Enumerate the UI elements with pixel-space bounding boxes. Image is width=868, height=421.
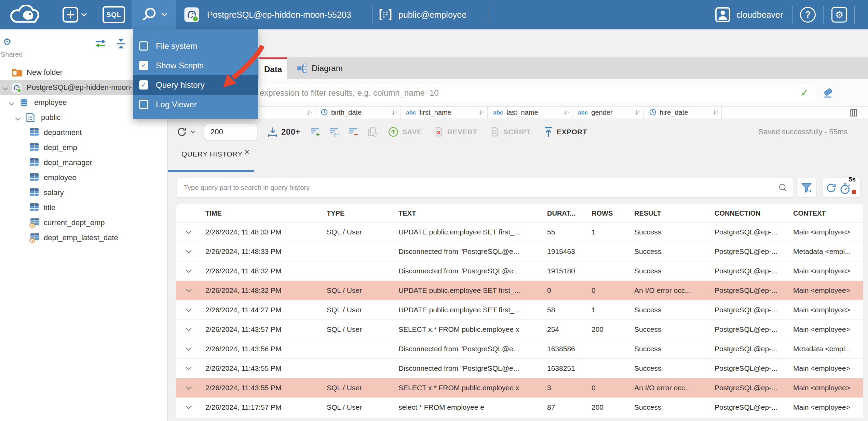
cell-result: Success bbox=[634, 306, 715, 314]
history-column-context[interactable]: CONTEXT bbox=[793, 209, 863, 217]
menu-item-file-system[interactable]: ✓ File system bbox=[133, 36, 258, 56]
history-column-type[interactable]: TYPE bbox=[327, 209, 398, 217]
settings-button[interactable]: ⚙ bbox=[831, 0, 847, 29]
checkbox[interactable]: ✓ bbox=[139, 80, 148, 90]
expand-chevron-icon[interactable] bbox=[176, 230, 205, 234]
sort-icon[interactable]: A bbox=[713, 110, 719, 117]
filter-expression-input[interactable] bbox=[178, 84, 793, 102]
tree-item-dept-emp[interactable]: dept_emp bbox=[0, 140, 167, 155]
history-row[interactable]: 2/26/2024, 11:43:55 PM Disconnected from… bbox=[176, 359, 863, 378]
grid-column-hire-date[interactable]: hire_date A bbox=[643, 107, 722, 119]
chevron-down-icon[interactable] bbox=[15, 116, 21, 122]
tree-item-department[interactable]: department bbox=[0, 125, 167, 140]
tree-item-dept-manager[interactable]: dept_manager bbox=[0, 155, 167, 170]
expand-chevron-icon[interactable] bbox=[176, 405, 205, 409]
history-row[interactable]: 2/26/2024, 11:43:57 PM SQL / User SELECT… bbox=[176, 320, 863, 339]
tab-data[interactable]: Data bbox=[259, 57, 287, 79]
history-row[interactable]: 2/26/2024, 11:48:33 PM Disconnected from… bbox=[176, 242, 863, 261]
expand-chevron-icon[interactable] bbox=[176, 249, 205, 254]
revert-selected-icon bbox=[367, 127, 378, 137]
expand-chevron-icon[interactable] bbox=[176, 347, 205, 351]
sort-icon[interactable]: A bbox=[564, 110, 569, 117]
duplicate-row-button[interactable]: (+) bbox=[329, 127, 339, 137]
expand-chevron-icon[interactable] bbox=[176, 308, 205, 312]
grid-column-birth-date[interactable]: birth_date A bbox=[315, 107, 400, 119]
history-column-text[interactable]: TEXT bbox=[398, 209, 547, 217]
history-row[interactable]: 2/26/2024, 11:43:55 PM SQL / User SELECT… bbox=[176, 378, 863, 398]
refresh-button[interactable] bbox=[176, 126, 195, 137]
history-row[interactable]: 2/26/2024, 11:48:33 PM SQL / User UPDATE… bbox=[176, 222, 863, 242]
tab-diagram[interactable]: Diagram bbox=[288, 57, 352, 79]
svg-text:A: A bbox=[716, 110, 718, 113]
collapse-all-icon[interactable] bbox=[116, 38, 126, 51]
sidebar-settings-gear-icon[interactable]: ⚙ bbox=[3, 36, 11, 47]
cell-context: Metadata <empl... bbox=[793, 345, 863, 353]
history-column-durat[interactable]: DURAT... bbox=[547, 209, 592, 217]
menu-item-show-scripts[interactable]: ✓ Show Scripts bbox=[133, 56, 258, 75]
sort-icon[interactable]: A bbox=[307, 110, 312, 117]
expand-chevron-icon[interactable] bbox=[176, 327, 205, 331]
expand-chevron-icon[interactable] bbox=[176, 366, 205, 370]
history-filter-button[interactable] bbox=[797, 178, 816, 198]
grid-column-last-name[interactable]: abc last_name A bbox=[487, 107, 572, 119]
history-column-connection[interactable]: CONNECTION bbox=[715, 209, 793, 217]
checkbox[interactable]: ✓ bbox=[139, 41, 148, 51]
checkbox[interactable]: ✓ bbox=[139, 61, 148, 70]
revert-selected-button[interactable] bbox=[367, 127, 378, 137]
sort-icon[interactable]: A bbox=[392, 110, 397, 117]
chevron-down-icon[interactable] bbox=[9, 101, 14, 107]
history-refresh-group[interactable]: 5s bbox=[822, 178, 860, 198]
history-row[interactable]: 2/26/2024, 11:48:32 PM SQL / User UPDATE… bbox=[176, 281, 863, 300]
revert-button[interactable]: REVERT bbox=[434, 127, 477, 137]
tree-item-title[interactable]: title bbox=[0, 200, 167, 215]
export-button[interactable]: EXPORT bbox=[544, 126, 587, 137]
tree-item-salary[interactable]: salary bbox=[0, 185, 167, 200]
history-column-time[interactable]: TIME bbox=[205, 209, 327, 217]
user-menu[interactable]: cloudbeaver bbox=[715, 0, 783, 29]
query-history-tab[interactable]: QUERY HISTORY bbox=[181, 150, 243, 158]
connection-selector[interactable]: PostgreSQL@ep-hidden-moon-55203 bbox=[184, 0, 351, 29]
history-row[interactable]: 2/26/2024, 11:48:32 PM Disconnected from… bbox=[176, 261, 863, 281]
delete-row-button[interactable] bbox=[348, 127, 358, 137]
sql-editor-button[interactable]: SQL bbox=[103, 0, 125, 29]
chevron-down-icon[interactable] bbox=[3, 86, 8, 92]
sync-connection-icon[interactable] bbox=[94, 38, 107, 50]
history-column-rows[interactable]: ROWS bbox=[592, 209, 634, 217]
expand-chevron-icon[interactable] bbox=[176, 386, 205, 390]
history-row[interactable]: 2/26/2024, 11:17:57 PM SQL / User select… bbox=[176, 398, 863, 417]
save-button[interactable]: SAVE bbox=[388, 126, 422, 137]
auto-refresh-timer-icon[interactable] bbox=[840, 182, 852, 196]
history-search-input[interactable] bbox=[177, 178, 793, 198]
tree-item-current-dept-emp[interactable]: current_dept_emp bbox=[0, 215, 167, 230]
clear-filter-icon[interactable] bbox=[822, 87, 834, 100]
schema-selector[interactable]: public@employee bbox=[379, 0, 466, 29]
script-button[interactable]: SCRIPT bbox=[490, 127, 531, 137]
tree-item-employee[interactable]: employee bbox=[0, 170, 167, 185]
help-button[interactable]: ? bbox=[800, 0, 816, 29]
add-row-button[interactable] bbox=[310, 127, 320, 137]
history-column-result[interactable]: RESULT bbox=[634, 209, 715, 217]
history-row[interactable]: 2/26/2024, 11:44:27 PM SQL / User UPDATE… bbox=[176, 300, 863, 320]
history-row[interactable]: 2/26/2024, 11:43:56 PM Disconnected from… bbox=[176, 339, 863, 359]
menu-item-log-viewer[interactable]: ✓ Log Viewer bbox=[133, 95, 258, 114]
cell-text: Disconnected from "PostgreSQL@e... bbox=[398, 345, 547, 353]
row-limit-input[interactable] bbox=[204, 124, 257, 140]
columns-config-icon[interactable] bbox=[850, 108, 858, 119]
cell-text: SELECT x.* FROM public.employee x bbox=[398, 325, 547, 334]
refresh-icon[interactable] bbox=[825, 182, 837, 195]
close-icon[interactable]: × bbox=[244, 147, 249, 157]
apply-filter-button[interactable]: ✓ bbox=[793, 84, 816, 102]
cell-connection: PostgreSQL@ep-... bbox=[715, 228, 793, 236]
sort-icon[interactable]: A bbox=[635, 110, 641, 117]
fetch-more-button[interactable]: 200+ bbox=[268, 127, 300, 137]
expand-chevron-icon[interactable] bbox=[176, 269, 205, 273]
checkbox[interactable]: ✓ bbox=[139, 100, 148, 109]
tree-item-dept-emp-latest-date[interactable]: dept_emp_latest_date bbox=[0, 230, 167, 245]
grid-column-first-name[interactable]: abc first_name A bbox=[400, 107, 487, 119]
sort-icon[interactable]: A bbox=[479, 110, 485, 117]
new-object-button[interactable] bbox=[63, 0, 87, 29]
menu-item-query-history[interactable]: ✓ Query history bbox=[133, 75, 258, 95]
expand-chevron-icon[interactable] bbox=[176, 288, 205, 293]
tools-menu-button[interactable] bbox=[132, 0, 176, 29]
grid-column-gender[interactable]: abc gender A bbox=[572, 107, 643, 119]
